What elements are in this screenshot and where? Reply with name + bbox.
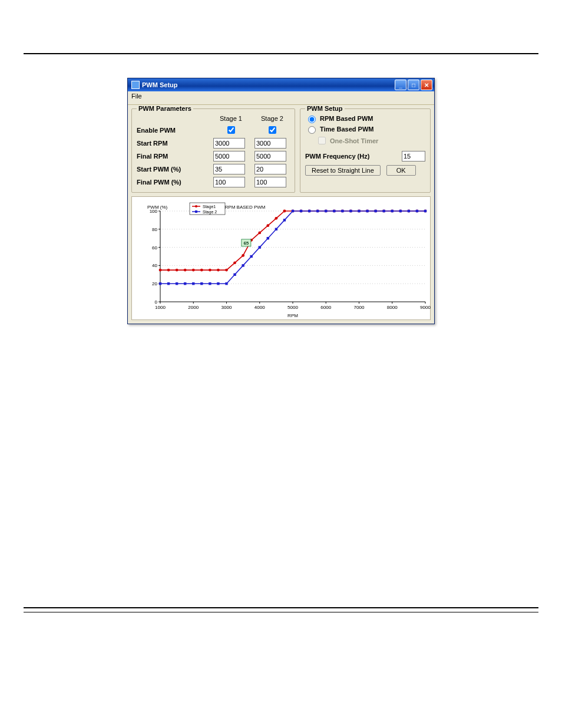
close-icon: ✕: [424, 82, 429, 88]
svg-text:0: 0: [155, 299, 158, 305]
svg-rect-98: [366, 210, 368, 212]
pwm-chart[interactable]: 1000200030004000500060007000800090000204…: [137, 200, 431, 318]
svg-rect-81: [225, 282, 227, 285]
svg-text:6000: 6000: [320, 305, 331, 310]
row-final-rpm-label: Final RPM: [137, 153, 207, 160]
svg-text:3000: 3000: [222, 305, 232, 310]
svg-point-44: [192, 269, 195, 272]
ok-button[interactable]: OK: [386, 165, 416, 176]
maximize-button[interactable]: □: [408, 80, 419, 90]
svg-text:RPM BASED PWM: RPM BASED PWM: [225, 205, 266, 210]
svg-rect-100: [382, 210, 385, 212]
rpm-based-label: RPM Based PWM: [320, 115, 373, 122]
minimize-button[interactable]: _: [395, 80, 406, 90]
svg-point-41: [167, 269, 170, 272]
freq-input[interactable]: [402, 151, 425, 162]
row-start-rpm-label: Start RPM: [137, 140, 207, 147]
svg-rect-95: [341, 210, 343, 212]
svg-rect-74: [167, 282, 170, 285]
svg-text:20: 20: [152, 281, 157, 286]
close-button[interactable]: ✕: [421, 80, 432, 90]
svg-rect-96: [349, 210, 352, 212]
svg-rect-73: [159, 282, 161, 285]
svg-text:40: 40: [152, 263, 157, 268]
svg-text:1000: 1000: [155, 305, 166, 310]
start-pwm-stage2-input[interactable]: [254, 164, 286, 174]
enable-pwm-stage1-checkbox[interactable]: [227, 126, 235, 134]
svg-text:65: 65: [243, 241, 249, 246]
group-legend: PWM Parameters: [137, 105, 193, 112]
final-rpm-stage1-input[interactable]: [213, 151, 245, 162]
svg-text:2000: 2000: [188, 305, 199, 310]
svg-text:8000: 8000: [387, 305, 398, 310]
row-start-pwm-label: Start PWM (%): [137, 166, 207, 173]
svg-point-110: [195, 205, 197, 207]
svg-rect-90: [300, 210, 302, 212]
row-final-pwm-label: Final PWM (%): [137, 179, 207, 186]
svg-text:PWM (%): PWM (%): [147, 205, 168, 210]
svg-rect-82: [233, 274, 236, 276]
svg-rect-83: [242, 264, 244, 266]
svg-rect-80: [217, 282, 219, 285]
col-stage1-header: Stage 1: [213, 115, 249, 122]
svg-point-52: [258, 232, 261, 235]
svg-rect-113: [195, 210, 197, 213]
svg-rect-75: [176, 282, 178, 285]
oneshot-checkbox: [318, 137, 326, 144]
svg-point-42: [176, 269, 178, 272]
svg-rect-77: [192, 282, 194, 285]
svg-rect-105: [424, 210, 427, 212]
pwm-setup-window: PWM Setup _ □ ✕ File PWM Parameters Stag…: [127, 78, 435, 324]
oneshot-label: One-Shot Timer: [330, 137, 378, 144]
svg-rect-87: [275, 228, 277, 230]
enable-pwm-stage2-checkbox[interactable]: [269, 126, 276, 134]
minimize-icon: _: [399, 82, 402, 88]
svg-point-50: [242, 254, 244, 257]
time-based-radio-row[interactable]: Time Based PWM: [305, 124, 425, 134]
svg-point-46: [209, 269, 211, 272]
reset-button[interactable]: Reset to Straight Line: [305, 165, 381, 176]
svg-text:4000: 4000: [254, 305, 265, 310]
svg-text:9000: 9000: [420, 305, 431, 310]
svg-rect-84: [250, 255, 252, 258]
freq-label: PWM Frequency (Hz): [305, 153, 369, 160]
svg-point-53: [266, 224, 269, 227]
window-title: PWM Setup: [142, 81, 395, 88]
svg-text:7000: 7000: [354, 305, 365, 310]
svg-text:Stage 2: Stage 2: [203, 210, 217, 215]
svg-rect-93: [325, 210, 327, 212]
svg-text:60: 60: [152, 245, 157, 251]
oneshot-row: One-Shot Timer: [316, 135, 425, 146]
pwm-parameters-group: PWM Parameters Stage 1 Stage 2 Enable PW…: [131, 108, 295, 193]
svg-point-49: [233, 261, 236, 264]
menu-file[interactable]: File: [131, 93, 142, 100]
svg-rect-85: [259, 246, 261, 248]
svg-rect-88: [283, 219, 286, 221]
maximize-icon: □: [412, 82, 415, 88]
svg-text:80: 80: [152, 227, 157, 232]
pwm-setup-group: PWM Setup RPM Based PWM Time Based PWM O…: [300, 108, 431, 193]
rpm-based-radio[interactable]: [308, 116, 316, 123]
svg-text:5000: 5000: [287, 305, 298, 310]
svg-rect-94: [333, 210, 335, 212]
start-rpm-stage2-input[interactable]: [254, 138, 286, 149]
rpm-based-radio-row[interactable]: RPM Based PWM: [305, 114, 425, 123]
time-based-radio[interactable]: [308, 126, 316, 134]
svg-point-54: [275, 217, 277, 220]
final-pwm-stage2-input[interactable]: [254, 177, 286, 187]
time-based-label: Time Based PWM: [320, 126, 374, 133]
start-rpm-stage1-input[interactable]: [213, 138, 245, 149]
svg-rect-104: [416, 210, 418, 212]
chart-panel: 1000200030004000500060007000800090000204…: [131, 196, 431, 320]
svg-text:Stage1: Stage1: [203, 205, 216, 209]
svg-rect-91: [308, 210, 310, 212]
final-rpm-stage2-input[interactable]: [254, 151, 286, 162]
svg-point-40: [159, 269, 162, 272]
svg-rect-86: [267, 237, 269, 239]
final-pwm-stage1-input[interactable]: [213, 177, 245, 187]
titlebar[interactable]: PWM Setup _ □ ✕: [128, 78, 434, 91]
col-stage2-header: Stage 2: [254, 115, 290, 122]
svg-point-48: [225, 269, 228, 272]
start-pwm-stage1-input[interactable]: [213, 164, 245, 174]
svg-rect-79: [209, 282, 211, 285]
